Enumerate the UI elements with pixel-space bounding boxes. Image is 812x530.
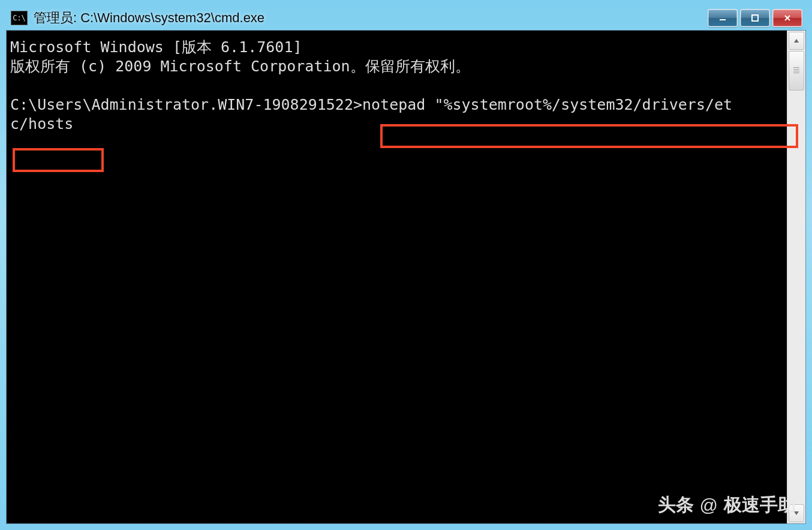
vertical-scrollbar[interactable] bbox=[787, 31, 805, 523]
scroll-up-button[interactable] bbox=[789, 32, 804, 50]
command-text-part1: notepad "%systemroot%/system32/drivers/e… bbox=[362, 96, 732, 113]
chevron-up-icon bbox=[793, 37, 800, 44]
titlebar[interactable]: C:\ 管理员: C:\Windows\system32\cmd.exe bbox=[6, 6, 806, 30]
banner-line-1: Microsoft Windows [版本 6.1.7601] bbox=[10, 38, 302, 56]
banner-line-2: 版权所有 (c) 2009 Microsoft Corporation。保留所有… bbox=[10, 58, 470, 75]
chevron-down-icon bbox=[793, 510, 800, 517]
minimize-icon bbox=[718, 14, 727, 22]
command-text-part2: c/hosts bbox=[10, 115, 73, 132]
minimize-button[interactable] bbox=[708, 9, 738, 27]
annotation-highlight-2 bbox=[13, 148, 104, 172]
annotation-highlight-1 bbox=[380, 124, 798, 148]
svg-rect-1 bbox=[752, 15, 758, 21]
svg-marker-5 bbox=[794, 511, 799, 515]
maximize-button[interactable] bbox=[740, 9, 770, 27]
scroll-down-button[interactable] bbox=[789, 504, 804, 522]
window-title: 管理员: C:\Windows\system32\cmd.exe bbox=[34, 9, 708, 27]
maximize-icon bbox=[751, 14, 759, 22]
terminal-output[interactable]: Microsoft Windows [版本 6.1.7601] 版权所有 (c)… bbox=[7, 31, 787, 523]
prompt: C:\Users\Administrator.WIN7-1908291522> bbox=[10, 96, 362, 113]
app-icon: C:\ bbox=[11, 11, 28, 25]
close-button[interactable] bbox=[772, 9, 802, 27]
close-icon bbox=[783, 14, 792, 22]
scroll-thumb[interactable] bbox=[789, 51, 804, 91]
svg-marker-4 bbox=[794, 39, 799, 43]
console-client-area: Microsoft Windows [版本 6.1.7601] 版权所有 (c)… bbox=[6, 30, 806, 524]
